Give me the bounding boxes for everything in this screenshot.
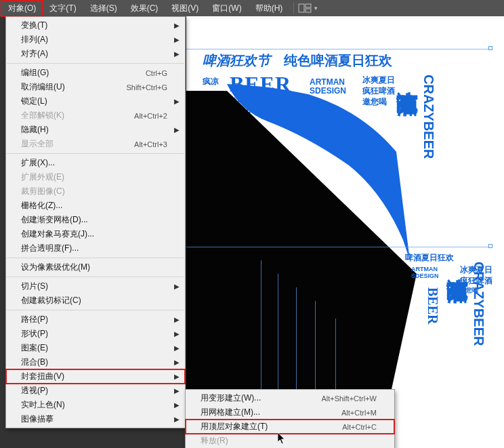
menu-item-label: 全部解锁(K)	[21, 110, 134, 121]
menu-item[interactable]: 透视(P)▶	[6, 384, 185, 398]
menu-item-label: 切片(S)	[21, 281, 167, 292]
chevron-right-icon: ▶	[174, 50, 180, 58]
menu-text[interactable]: 文字(T)	[43, 1, 83, 16]
menu-item-label: 设为像素级优化(M)	[21, 262, 167, 273]
artwork-v-bingshuang: 冰爽啤酒节	[392, 75, 422, 78]
artwork-v-crazy2: CRAZYBEER	[471, 262, 486, 346]
guide-line-h	[186, 247, 491, 247]
menu-item-label: 栅格化(Z)...	[21, 200, 167, 211]
menu-item[interactable]: 实时上色(N)▶	[6, 398, 185, 412]
menu-item-label: 取消编组(U)	[21, 81, 126, 93]
menu-item-label: 拼合透明度(F)...	[21, 243, 167, 254]
menu-item: 扩展外观(E)	[6, 170, 185, 184]
menu-item[interactable]: 路径(P)▶	[6, 312, 185, 327]
menu-item[interactable]: 排列(A)▶	[6, 33, 185, 47]
cursor-icon	[278, 432, 287, 447]
chevron-down-icon: ▼	[313, 5, 318, 12]
chevron-right-icon: ▶	[174, 415, 180, 423]
menu-view[interactable]: 视图(V)	[165, 1, 205, 16]
submenu-item-label: 用变形建立(W)...	[201, 392, 321, 404]
submenu-item-shortcut: Alt+Ctrl+C	[342, 423, 377, 431]
menu-item-label: 图案(E)	[21, 342, 167, 354]
menu-separator	[7, 63, 184, 64]
submenu-item-shortcut: Alt+Shift+Ctrl+W	[321, 394, 377, 403]
menu-item[interactable]: 混合(B)▶	[6, 355, 185, 369]
menu-separator	[7, 258, 184, 258]
menu-item[interactable]: 创建渐变网格(D)...	[6, 213, 185, 227]
submenu-item-label: 用顶层对象建立(T)	[201, 421, 342, 432]
menu-item[interactable]: 对齐(A)▶	[6, 47, 185, 61]
object-dropdown: 变换(T)▶排列(A)▶对齐(A)▶编组(G)Ctrl+G取消编组(U)Shif…	[5, 16, 186, 428]
menu-item: 裁剪图像(C)	[6, 184, 185, 199]
menu-item-label: 封套扭曲(V)	[21, 371, 167, 382]
menu-item[interactable]: 封套扭曲(V)▶	[6, 369, 185, 384]
submenu-item[interactable]: 用顶层对象建立(T)Alt+Ctrl+C	[186, 420, 394, 434]
menu-item[interactable]: 设为像素级优化(M)	[6, 260, 185, 274]
submenu-item: 释放(R)	[186, 434, 394, 448]
svg-rect-2	[306, 9, 311, 12]
chevron-right-icon: ▶	[174, 36, 180, 43]
artwork-v-bingshuang2: 冰爽啤酒节	[442, 262, 472, 265]
submenu-item[interactable]: 用网格建立(M)...Alt+Ctrl+M	[186, 405, 394, 420]
menu-item-label: 编组(G)	[21, 67, 146, 79]
menu-item-label: 对齐(A)	[21, 48, 167, 60]
selection-handle[interactable]	[488, 244, 492, 248]
menu-item-label: 创建裁切标记(C)	[21, 295, 167, 306]
envelope-submenu: 用变形建立(W)...Alt+Shift+Ctrl+W用网格建立(M)...Al…	[185, 389, 395, 448]
menu-item[interactable]: 图像描摹▶	[6, 412, 185, 426]
menu-item[interactable]: 取消编组(U)Shift+Ctrl+G	[6, 80, 185, 94]
blue-warp	[227, 84, 410, 260]
chevron-right-icon: ▶	[174, 126, 180, 134]
menu-item-label: 实时上色(N)	[21, 399, 167, 411]
menu-item-label: 扩展外观(E)	[21, 171, 167, 183]
menu-item-label: 创建对象马赛克(J)...	[21, 228, 167, 240]
menu-item[interactable]: 切片(S)▶	[6, 279, 185, 293]
menu-item: 显示全部Alt+Ctrl+3	[6, 137, 185, 151]
menu-item-label: 锁定(L)	[21, 96, 167, 107]
chevron-right-icon: ▶	[174, 316, 180, 323]
canvas[interactable]: 啤酒狂欢节 纯色啤酒夏日狂欢 BEER ARTMAN SDESIGN 冰爽夏日 …	[186, 16, 504, 448]
menu-item[interactable]: 扩展(X)...	[6, 156, 185, 170]
menu-effect[interactable]: 效果(C)	[124, 1, 165, 16]
menu-help[interactable]: 帮助(H)	[249, 1, 290, 16]
arrange-documents-icon[interactable]	[298, 3, 312, 13]
menubar-separator	[293, 3, 294, 14]
menu-separator	[7, 277, 184, 277]
menu-item[interactable]: 图案(E)▶	[6, 341, 185, 355]
artwork-artman2: ARTMAN	[411, 266, 438, 272]
menu-item[interactable]: 栅格化(Z)...	[6, 199, 185, 213]
artwork-title1: 啤酒狂欢节	[203, 52, 270, 70]
artwork-sdesign2: SDESIGN	[411, 272, 439, 279]
menu-item-shortcut: Alt+Ctrl+2	[134, 112, 167, 120]
menu-item-label: 排列(A)	[21, 34, 167, 45]
menu-window[interactable]: 窗口(W)	[205, 1, 248, 16]
submenu-item[interactable]: 用变形建立(W)...Alt+Shift+Ctrl+W	[186, 391, 394, 405]
svg-rect-1	[306, 4, 311, 7]
menu-separator	[7, 153, 184, 154]
svg-rect-0	[299, 4, 304, 12]
chevron-right-icon: ▶	[174, 401, 180, 409]
menu-separator	[7, 310, 184, 310]
menu-item[interactable]: 隐藏(H)▶	[6, 123, 185, 137]
menu-item[interactable]: 形状(P)▶	[6, 327, 185, 341]
submenu-item-label: 用网格建立(M)...	[201, 407, 341, 418]
selection-handle[interactable]	[488, 46, 492, 50]
menu-item-label: 形状(P)	[21, 328, 167, 340]
menu-item-label: 扩展(X)...	[21, 157, 167, 169]
chevron-right-icon: ▶	[174, 387, 180, 394]
menu-item[interactable]: 拼合透明度(F)...	[6, 241, 185, 256]
menu-object[interactable]: 对象(O)	[1, 1, 43, 16]
menu-item[interactable]: 锁定(L)▶	[6, 94, 185, 108]
chevron-right-icon: ▶	[174, 359, 180, 366]
menu-item[interactable]: 变换(T)▶	[6, 18, 185, 33]
menu-item[interactable]: 创建裁切标记(C)	[6, 293, 185, 308]
menu-item[interactable]: 创建对象马赛克(J)...	[6, 227, 185, 241]
chevron-right-icon: ▶	[174, 330, 180, 338]
chevron-right-icon: ▶	[174, 98, 180, 105]
guide-line-h	[186, 49, 491, 49]
menu-select[interactable]: 选择(S)	[83, 1, 124, 16]
artwork-title2: 纯色啤酒夏日狂欢	[284, 52, 392, 70]
chevron-right-icon: ▶	[174, 344, 180, 352]
chevron-right-icon: ▶	[174, 373, 180, 380]
menu-item[interactable]: 编组(G)Ctrl+G	[6, 66, 185, 80]
